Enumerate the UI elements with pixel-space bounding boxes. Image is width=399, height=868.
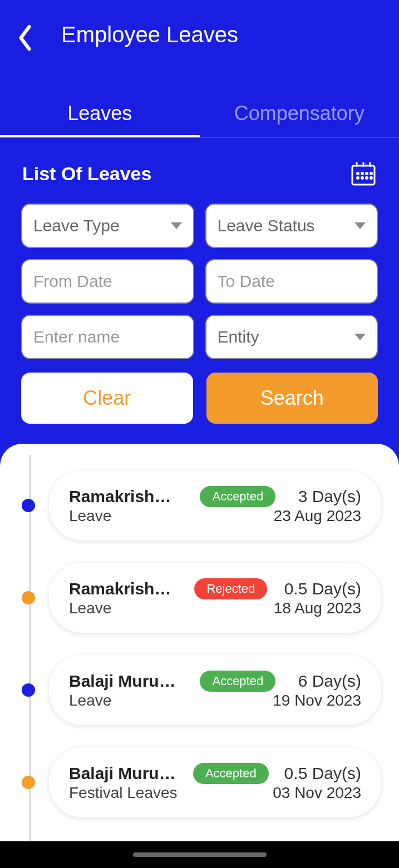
- employee-name: Balaji Murug...: [69, 764, 178, 783]
- chevron-down-icon: [354, 222, 366, 229]
- card-detail-row: Festival Leaves03 Nov 2023: [69, 784, 361, 802]
- chevron-down-icon: [354, 334, 366, 340]
- section-header: List Of Leaves: [0, 138, 399, 204]
- tab-leaves[interactable]: Leaves: [0, 92, 200, 137]
- nav-indicator[interactable]: [133, 852, 267, 857]
- employee-name: Ramakrishn...: [69, 487, 178, 506]
- leave-type: Leave: [69, 507, 111, 525]
- card-detail-row: Leave18 Aug 2023: [69, 599, 361, 617]
- page-title: Employee Leaves: [61, 22, 238, 47]
- svg-point-10: [366, 177, 368, 179]
- leave-days: 6 Day(s): [298, 672, 361, 691]
- to-date-placeholder: To Date: [218, 272, 275, 291]
- timeline-dot: [22, 776, 35, 789]
- status-badge: Accepted: [193, 763, 269, 784]
- clear-button[interactable]: Clear: [21, 373, 193, 424]
- leave-date: 18 Aug 2023: [274, 599, 361, 617]
- tab-compensatory[interactable]: Compensatory: [200, 92, 400, 137]
- leave-days: 0.5 Day(s): [284, 764, 361, 783]
- nav-bar: [0, 841, 399, 868]
- leave-date: 19 Nov 2023: [273, 692, 361, 710]
- svg-point-5: [362, 173, 363, 175]
- timeline-dot: [22, 683, 35, 697]
- svg-point-7: [371, 173, 372, 175]
- filter-grid: Leave Type Leave Status From Date To Dat…: [0, 204, 399, 359]
- timeline-dot: [22, 499, 35, 512]
- status-badge: Accepted: [200, 486, 275, 507]
- leave-days: 0.5 Day(s): [284, 579, 361, 598]
- timeline-line: [29, 455, 31, 868]
- search-button[interactable]: Search: [206, 373, 378, 424]
- to-date-input[interactable]: To Date: [205, 259, 378, 304]
- calendar-icon[interactable]: [350, 160, 377, 187]
- card-detail-row: Leave23 Aug 2023: [69, 507, 361, 525]
- leave-list: Ramakrishn...Accepted3 Day(s)Leave23 Aug…: [0, 444, 399, 868]
- leave-card[interactable]: Ramakrishn...Accepted3 Day(s)Leave23 Aug…: [49, 470, 381, 540]
- status-badge: Rejected: [194, 578, 267, 599]
- app-header: Employee Leaves: [0, 0, 399, 64]
- leave-card[interactable]: Balaji Murug...Accepted6 Day(s)Leave19 N…: [49, 655, 381, 725]
- employee-name: Ramakrishn...: [69, 579, 178, 598]
- card-header-row: Balaji Murug...Accepted0.5 Day(s): [69, 763, 361, 784]
- leave-card[interactable]: Balaji Murug...Accepted0.5 Day(s)Festiva…: [49, 747, 381, 817]
- card-detail-row: Leave19 Nov 2023: [69, 692, 361, 710]
- status-badge: Accepted: [200, 671, 275, 692]
- svg-point-8: [357, 177, 359, 179]
- leave-type: Leave: [69, 599, 111, 617]
- leave-card[interactable]: Ramakrishn...Rejected0.5 Day(s)Leave18 A…: [49, 563, 381, 633]
- chevron-down-icon: [171, 222, 182, 229]
- entity-label: Entity: [218, 328, 259, 346]
- name-input[interactable]: Enter name: [21, 315, 194, 359]
- leave-type: Festival Leaves: [69, 784, 178, 802]
- card-header-row: Balaji Murug...Accepted6 Day(s): [69, 671, 361, 692]
- leave-type: Leave: [69, 692, 111, 710]
- leave-status-label: Leave Status: [218, 216, 315, 235]
- tab-bar: Leaves Compensatory: [0, 92, 399, 138]
- section-title: List Of Leaves: [22, 163, 151, 185]
- leave-days: 3 Day(s): [298, 487, 361, 506]
- leave-date: 23 Aug 2023: [274, 507, 361, 525]
- from-date-input[interactable]: From Date: [21, 259, 194, 304]
- svg-point-4: [357, 173, 359, 175]
- back-icon[interactable]: [17, 24, 33, 46]
- svg-point-11: [371, 177, 372, 179]
- leave-type-select[interactable]: Leave Type: [21, 204, 194, 248]
- leave-date: 03 Nov 2023: [273, 784, 361, 802]
- entity-select[interactable]: Entity: [205, 315, 378, 359]
- timeline-dot: [22, 591, 35, 604]
- leave-type-label: Leave Type: [33, 216, 120, 235]
- from-date-placeholder: From Date: [33, 272, 112, 291]
- employee-name: Balaji Murug...: [69, 672, 178, 691]
- name-placeholder: Enter name: [33, 328, 120, 346]
- leave-status-select[interactable]: Leave Status: [205, 204, 378, 248]
- svg-point-6: [366, 173, 368, 175]
- svg-point-9: [362, 177, 363, 179]
- action-buttons: Clear Search: [0, 359, 399, 424]
- card-header-row: Ramakrishn...Rejected0.5 Day(s): [69, 578, 361, 599]
- card-header-row: Ramakrishn...Accepted3 Day(s): [69, 486, 361, 507]
